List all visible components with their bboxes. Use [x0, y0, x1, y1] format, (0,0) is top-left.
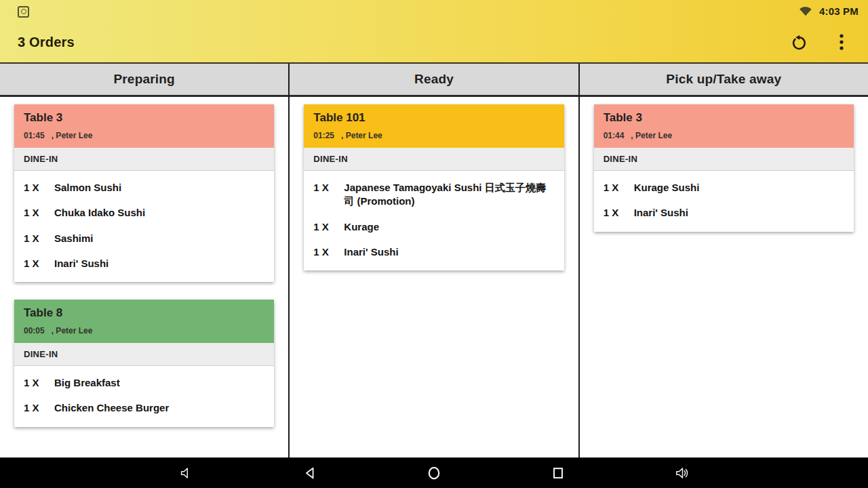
- volume-up-icon: [674, 466, 690, 481]
- customer-label: , Peter Lee: [52, 131, 93, 140]
- column-header-ready: Ready: [290, 64, 578, 97]
- item-name-label: Inari' Sushi: [54, 257, 108, 270]
- table-label: Table 3: [604, 111, 844, 125]
- app-bar: 3 Orders: [0, 22, 868, 62]
- column-body-pickup-takeaway: Table 301:44, Peter LeeDINE-IN1 XKurage …: [580, 97, 868, 458]
- item-quantity-label: 1 X: [313, 181, 335, 195]
- order-meta: 00:05, Peter Lee: [24, 326, 264, 336]
- notification-icon: [18, 6, 29, 18]
- order-item-row: 1 XJapanese Tamagoyaki Sushi 日式玉子燒壽司 (Pr…: [304, 174, 564, 214]
- back-icon: [302, 466, 317, 481]
- customer-label: , Peter Lee: [341, 131, 382, 140]
- customer-label: , Peter Lee: [631, 131, 672, 140]
- order-item-row: 1 XBig Breakfast: [14, 369, 274, 394]
- recents-icon: [551, 466, 566, 481]
- overflow-menu-icon: [840, 34, 844, 50]
- order-item-row: 1 XKurage: [304, 214, 564, 239]
- order-items-list: 1 XBig Breakfast1 XChicken Cheese Burger: [14, 366, 274, 427]
- order-card[interactable]: Table 800:05, Peter LeeDINE-IN1 XBig Bre…: [14, 300, 274, 427]
- item-quantity-label: 1 X: [604, 206, 625, 220]
- overflow-menu-button[interactable]: [831, 32, 852, 52]
- column-header-preparing: Preparing: [0, 64, 288, 97]
- item-name-label: Kurage Sushi: [634, 181, 700, 195]
- column-preparing: Preparing Table 301:45, Peter LeeDINE-IN…: [0, 64, 288, 458]
- item-name-label: Chuka Idako Sushi: [54, 206, 145, 220]
- order-item-row: 1 XChuka Idako Sushi: [14, 199, 274, 224]
- wifi-icon: [799, 5, 812, 16]
- order-item-row: 1 XInari' Sushi: [304, 239, 564, 264]
- order-type-badge: DINE-IN: [304, 148, 564, 171]
- order-item-row: 1 XSalmon Sushi: [14, 174, 274, 199]
- volume-down-icon: [178, 466, 193, 481]
- order-item-row: 1 XChicken Cheese Burger: [14, 394, 274, 420]
- item-name-label: Sashimi: [54, 232, 94, 245]
- order-meta: 01:45, Peter Lee: [24, 131, 264, 140]
- table-label: Table 3: [24, 111, 264, 125]
- page-title: 3 Orders: [18, 35, 75, 50]
- item-name-label: Salmon Sushi: [54, 181, 121, 195]
- refresh-icon: [789, 33, 808, 52]
- item-name-label: Inari' Sushi: [344, 245, 398, 259]
- column-pickup-takeaway: Pick up/Take away Table 301:44, Peter Le…: [578, 64, 868, 458]
- order-type-badge: DINE-IN: [14, 148, 274, 171]
- item-quantity-label: 1 X: [313, 245, 335, 259]
- status-bar: 4:03 PM: [0, 0, 868, 22]
- item-quantity-label: 1 X: [24, 376, 45, 390]
- column-body-preparing: Table 301:45, Peter LeeDINE-IN1 XSalmon …: [0, 97, 288, 458]
- column-header-pickup-takeaway: Pick up/Take away: [580, 64, 868, 97]
- back-button[interactable]: [296, 459, 324, 487]
- volume-up-button[interactable]: [669, 459, 696, 487]
- order-meta: 01:44, Peter Lee: [604, 131, 844, 140]
- item-name-label: Big Breakfast: [54, 376, 120, 390]
- volume-down-button[interactable]: [172, 459, 200, 487]
- order-meta: 01:25, Peter Lee: [313, 131, 554, 140]
- elapsed-time-label: 01:45: [24, 131, 45, 140]
- order-card-header: Table 301:45, Peter Lee: [14, 104, 274, 148]
- item-name-label: Chicken Cheese Burger: [54, 401, 169, 415]
- item-quantity-label: 1 X: [24, 401, 45, 415]
- order-card-header: Table 10101:25, Peter Lee: [304, 104, 564, 148]
- order-type-badge: DINE-IN: [14, 343, 274, 366]
- order-item-row: 1 XKurage Sushi: [594, 174, 854, 199]
- order-card-header: Table 301:44, Peter Lee: [594, 104, 854, 148]
- order-card[interactable]: Table 301:45, Peter LeeDINE-IN1 XSalmon …: [14, 104, 274, 282]
- item-quantity-label: 1 X: [24, 232, 45, 245]
- item-quantity-label: 1 X: [24, 206, 45, 220]
- order-items-list: 1 XKurage Sushi1 XInari' Sushi: [594, 171, 854, 232]
- customer-label: , Peter Lee: [52, 326, 93, 336]
- column-ready: Ready Table 10101:25, Peter LeeDINE-IN1 …: [288, 64, 578, 458]
- order-board: Preparing Table 301:45, Peter LeeDINE-IN…: [0, 64, 868, 458]
- elapsed-time-label: 01:44: [604, 131, 625, 140]
- order-type-badge: DINE-IN: [594, 148, 854, 171]
- order-item-row: 1 XInari' Sushi: [14, 250, 274, 275]
- elapsed-time-label: 00:05: [24, 326, 45, 336]
- home-button[interactable]: [420, 459, 448, 487]
- home-icon: [426, 465, 442, 481]
- elapsed-time-label: 01:25: [313, 131, 334, 140]
- table-label: Table 101: [313, 111, 554, 125]
- item-quantity-label: 1 X: [24, 181, 45, 195]
- top-bar: 4:03 PM 3 Orders: [0, 0, 868, 64]
- android-nav-bar: [0, 458, 868, 488]
- order-item-row: 1 XInari' Sushi: [594, 199, 854, 224]
- item-quantity-label: 1 X: [24, 257, 45, 270]
- order-card-header: Table 800:05, Peter Lee: [14, 300, 274, 343]
- column-body-ready: Table 10101:25, Peter LeeDINE-IN1 XJapan…: [290, 97, 578, 458]
- item-quantity-label: 1 X: [604, 181, 625, 195]
- item-name-label: Kurage: [344, 220, 379, 234]
- item-name-label: Inari' Sushi: [634, 206, 688, 220]
- recents-button[interactable]: [545, 459, 572, 487]
- order-items-list: 1 XJapanese Tamagoyaki Sushi 日式玉子燒壽司 (Pr…: [304, 171, 564, 270]
- clock-label: 4:03 PM: [819, 5, 859, 17]
- order-items-list: 1 XSalmon Sushi1 XChuka Idako Sushi1 XSa…: [14, 171, 274, 282]
- order-item-row: 1 XSashimi: [14, 225, 274, 250]
- table-label: Table 8: [24, 306, 264, 320]
- order-card[interactable]: Table 301:44, Peter LeeDINE-IN1 XKurage …: [594, 104, 854, 232]
- order-card[interactable]: Table 10101:25, Peter LeeDINE-IN1 XJapan…: [304, 104, 564, 270]
- refresh-button[interactable]: [788, 32, 808, 52]
- item-name-label: Japanese Tamagoyaki Sushi 日式玉子燒壽司 (Promo…: [344, 181, 554, 209]
- kitchen-display-screen: 4:03 PM 3 Orders: [0, 0, 868, 488]
- item-quantity-label: 1 X: [313, 220, 335, 234]
